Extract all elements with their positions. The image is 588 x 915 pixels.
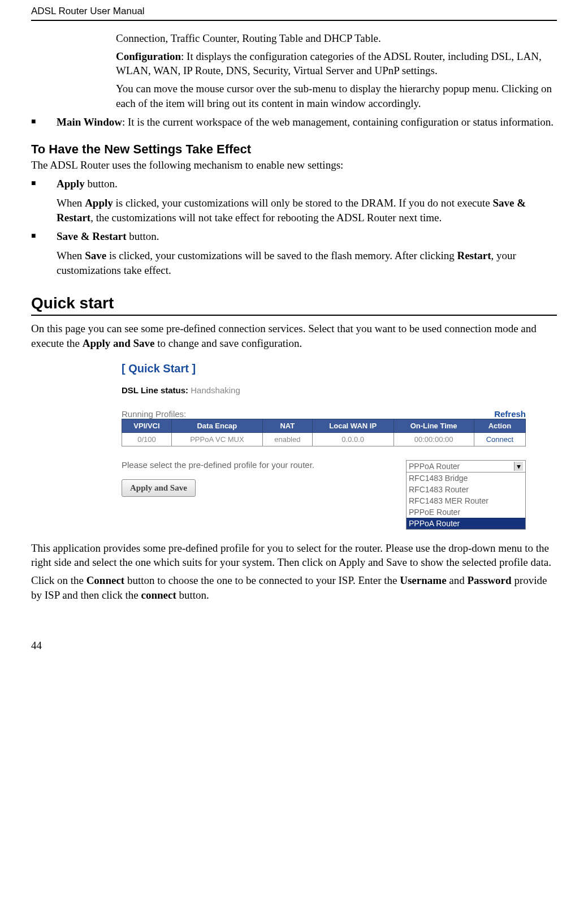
profile-select-label: Please select the pre-defined profile fo… xyxy=(122,459,314,470)
main-window-bullet: ■ Main Window: It is the current workspa… xyxy=(31,115,557,130)
th-data-encap: Data Encap xyxy=(171,419,262,432)
after-figure-paragraph-1: This application provides some pre-defin… xyxy=(31,541,557,570)
quick-start-intro: On this page you can see some pre-define… xyxy=(31,321,557,350)
settings-effect-heading: To Have the New Settings Take Effect xyxy=(31,142,557,157)
th-nat: NAT xyxy=(262,419,312,432)
th-vpivci: VPI/VCI xyxy=(122,419,172,432)
main-window-rest: : It is the current workspace of the web… xyxy=(122,116,554,128)
table-row: 0/100 PPPoA VC MUX enabled 0.0.0.0 00:00… xyxy=(122,432,526,446)
profile-selected-value: PPPoA Router xyxy=(409,462,460,471)
apply-bullet: ■ Apply button. xyxy=(31,177,557,191)
refresh-link[interactable]: Refresh xyxy=(494,409,526,419)
profile-option[interactable]: RFC1483 Bridge xyxy=(407,472,525,484)
profile-select[interactable]: PPPoA Router ▾ RFC1483 Bridge RFC1483 Ro… xyxy=(406,460,526,530)
main-window-lead: Main Window xyxy=(57,116,122,128)
page-number: 44 xyxy=(0,622,588,663)
td-local-wan-ip: 0.0.0.0 xyxy=(312,432,394,446)
th-online-time: On-Line Time xyxy=(394,419,474,432)
settings-effect-intro: The ADSL Router uses the following mecha… xyxy=(31,158,557,173)
configuration-label: Configuration xyxy=(116,50,181,62)
apply-and-save-button[interactable]: Apply and Save xyxy=(122,479,196,497)
apply-detail: When Apply is clicked, your customizatio… xyxy=(57,196,557,225)
bullet-marker-icon: ■ xyxy=(31,229,57,244)
profile-option-selected[interactable]: PPPoA Router xyxy=(407,518,525,529)
profiles-table: VPI/VCI Data Encap NAT Local WAN IP On-L… xyxy=(122,419,526,446)
dsl-line-label: DSL Line status: xyxy=(122,385,188,395)
connection-line: Connection, Traffic Counter, Routing Tab… xyxy=(116,31,557,46)
page-header: ADSL Router User Manual xyxy=(31,0,557,21)
apply-rest: button. xyxy=(85,178,118,190)
save-restart-bullet: ■ Save & Restart button. xyxy=(31,229,557,244)
profile-option[interactable]: RFC1483 Router xyxy=(407,484,525,495)
bullet-marker-icon: ■ xyxy=(31,177,57,191)
dsl-line-value: Handshaking xyxy=(188,385,240,395)
running-profiles-label: Running Profiles: xyxy=(122,409,186,419)
save-restart-lead: Save & Restart xyxy=(57,230,126,242)
profile-option[interactable]: RFC1483 MER Router xyxy=(407,495,525,506)
mouse-hover-paragraph: You can move the mouse cursor over the s… xyxy=(116,81,557,110)
figure-title: [ Quick Start ] xyxy=(122,362,526,375)
after-figure-paragraph-2: Click on the Connect button to choose th… xyxy=(31,573,557,602)
td-data-encap: PPPoA VC MUX xyxy=(171,432,262,446)
quick-start-screenshot: [ Quick Start ] DSL Line status: Handsha… xyxy=(122,362,526,530)
configuration-paragraph: Configuration: It displays the configura… xyxy=(116,49,557,78)
td-nat: enabled xyxy=(262,432,312,446)
td-online-time: 00:00:00:00 xyxy=(394,432,474,446)
save-restart-rest: button. xyxy=(126,230,159,242)
quick-start-heading: Quick start xyxy=(31,294,557,316)
td-vpivci: 0/100 xyxy=(122,432,172,446)
th-action: Action xyxy=(474,419,525,432)
apply-lead: Apply xyxy=(57,178,85,190)
save-detail: When Save is clicked, your customization… xyxy=(57,248,557,277)
bullet-marker-icon: ■ xyxy=(31,115,57,130)
profile-option[interactable]: PPPoE Router xyxy=(407,506,525,518)
th-local-wan-ip: Local WAN IP xyxy=(312,419,394,432)
connect-action-link[interactable]: Connect xyxy=(474,432,525,446)
profile-select-list: RFC1483 Bridge RFC1483 Router RFC1483 ME… xyxy=(407,472,525,529)
chevron-down-icon[interactable]: ▾ xyxy=(514,462,523,471)
